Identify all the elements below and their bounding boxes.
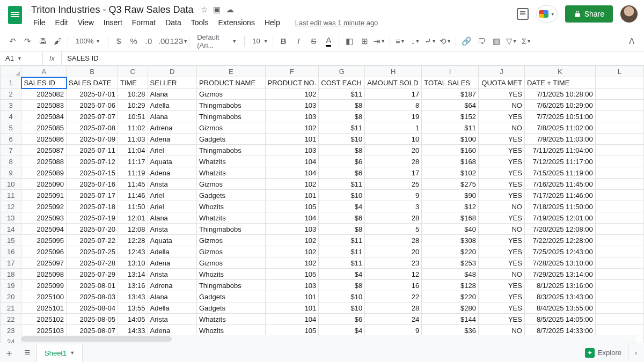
cell[interactable]: 12:43	[118, 246, 148, 257]
cell[interactable]: 2025-07-25	[67, 246, 118, 257]
vertical-align-button[interactable]: ↓▼	[408, 34, 422, 48]
cell[interactable]: 7/16/2025 11:45:00	[524, 179, 595, 190]
cell[interactable]	[595, 325, 643, 336]
cell[interactable]: 2025-07-29	[67, 269, 118, 280]
cell[interactable]: $11	[319, 122, 365, 134]
cell[interactable]: 2025-08-03	[67, 291, 118, 302]
cell[interactable]: $64	[422, 100, 479, 111]
column-header[interactable]: I	[422, 66, 479, 77]
cell[interactable]: $11	[319, 257, 365, 269]
cell[interactable]: 7/19/2025 12:01:00	[524, 212, 595, 224]
cell[interactable]: 2025-07-07	[67, 111, 118, 122]
create-filter-button[interactable]: ▽▼	[504, 34, 518, 48]
insert-link-button[interactable]: 🔗	[459, 34, 473, 48]
cell[interactable]: 7/7/2025 10:51:00	[524, 111, 595, 122]
row-header[interactable]: 19	[1, 280, 21, 291]
cell[interactable]: 2025087	[21, 145, 67, 156]
paint-format-button[interactable]: 🖌	[50, 34, 64, 48]
cell[interactable]: Gadgets	[196, 302, 265, 314]
cell[interactable]: $220	[422, 246, 479, 257]
cell[interactable]: 7/25/2025 12:43:00	[524, 246, 595, 257]
cell[interactable]: 2025084	[21, 111, 67, 122]
cell[interactable]: COST EACH	[319, 77, 365, 88]
cell[interactable]: 2025-08-05	[67, 314, 118, 325]
cell[interactable]: 11:04	[118, 145, 148, 156]
cell[interactable]: 28	[365, 212, 422, 224]
cell[interactable]: Adena	[148, 167, 196, 179]
cell[interactable]: 2025099	[21, 280, 67, 291]
cell[interactable]: 2025-07-16	[67, 179, 118, 190]
cell[interactable]: NO	[479, 269, 525, 280]
cell[interactable]	[595, 246, 643, 257]
cell[interactable]: 2025096	[21, 246, 67, 257]
column-header[interactable]: F	[265, 66, 319, 77]
cell[interactable]: 103	[265, 280, 319, 291]
cell[interactable]: 7/1/2025 10:28:00	[524, 88, 595, 100]
cell[interactable]	[595, 111, 643, 122]
cell[interactable]: 12:08	[118, 224, 148, 235]
cell[interactable]: 2025-07-28	[67, 257, 118, 269]
cell[interactable]: SALES ID	[21, 77, 67, 88]
cell[interactable]: AMOUNT SOLD	[365, 77, 422, 88]
column-header[interactable]: C	[118, 66, 148, 77]
cell[interactable]: Aquata	[148, 156, 196, 167]
cell[interactable]: Alana	[148, 291, 196, 302]
horizontal-align-button[interactable]: ≡▼	[393, 34, 407, 48]
column-header[interactable]: H	[365, 66, 422, 77]
cell[interactable]: 7/28/2025 13:10:00	[524, 257, 595, 269]
cell[interactable]: PRODUCT NAME	[196, 77, 265, 88]
row-header[interactable]: 10	[1, 179, 21, 190]
cell[interactable]: 2025-07-09	[67, 134, 118, 145]
cell[interactable]	[595, 302, 643, 314]
cell[interactable]: Arista	[148, 314, 196, 325]
cell[interactable]: $102	[422, 167, 479, 179]
row-header[interactable]: 12	[1, 201, 21, 212]
cell[interactable]: $11	[319, 88, 365, 100]
format-currency-button[interactable]: $	[112, 34, 126, 48]
cell[interactable]: 102	[265, 122, 319, 134]
name-box[interactable]: A1▼	[0, 51, 43, 65]
row-header[interactable]: 22	[1, 314, 21, 325]
cell[interactable]: 103	[265, 224, 319, 235]
cell[interactable]: 105	[265, 269, 319, 280]
last-edit-link[interactable]: Last edit was 1 minute ago	[291, 18, 383, 28]
cell[interactable]: 7/17/2025 11:46:00	[524, 190, 595, 201]
menu-data[interactable]: Data	[161, 17, 186, 28]
menu-format[interactable]: Format	[128, 17, 160, 28]
cell[interactable]: 20	[365, 246, 422, 257]
star-icon[interactable]: ☆	[201, 5, 208, 14]
cell[interactable]: SALES DATE	[67, 77, 118, 88]
cell[interactable]: 102	[265, 88, 319, 100]
cell[interactable]: $10	[319, 302, 365, 314]
cell[interactable]: Arista	[148, 269, 196, 280]
cell[interactable]: $168	[422, 212, 479, 224]
cell[interactable]: 2025089	[21, 167, 67, 179]
cell[interactable]: 7/8/2025 11:02:00	[524, 122, 595, 134]
cell[interactable]: Whatzits	[196, 212, 265, 224]
account-avatar[interactable]	[620, 5, 638, 23]
text-rotation-button[interactable]: ⟲▼	[438, 34, 452, 48]
cell[interactable]: Alana	[148, 212, 196, 224]
cell[interactable]: YES	[479, 111, 525, 122]
cell[interactable]: YES	[479, 314, 525, 325]
cell[interactable]: $40	[422, 224, 479, 235]
cell[interactable]: 2025090	[21, 179, 67, 190]
select-all-corner[interactable]	[1, 66, 21, 77]
cell[interactable]: TIME	[118, 77, 148, 88]
cell[interactable]: 102	[265, 235, 319, 246]
cell[interactable]: $11	[319, 246, 365, 257]
doc-title[interactable]: Triton Industries - Q3 Raw Sales Data	[29, 3, 195, 17]
cell[interactable]: 14:33	[118, 325, 148, 336]
cell[interactable]: $11	[422, 122, 479, 134]
cell[interactable]: 104	[265, 212, 319, 224]
cell[interactable]: $6	[319, 167, 365, 179]
cell[interactable]: 17	[365, 88, 422, 100]
row-header[interactable]: 11	[1, 190, 21, 201]
cell[interactable]: Gizmos	[196, 122, 265, 134]
cell[interactable]: Whatzits	[196, 167, 265, 179]
cell[interactable]: 104	[265, 156, 319, 167]
cell[interactable]: YES	[479, 179, 525, 190]
cell[interactable]: 2025092	[21, 201, 67, 212]
cell[interactable]	[595, 201, 643, 212]
cell[interactable]	[595, 145, 643, 156]
